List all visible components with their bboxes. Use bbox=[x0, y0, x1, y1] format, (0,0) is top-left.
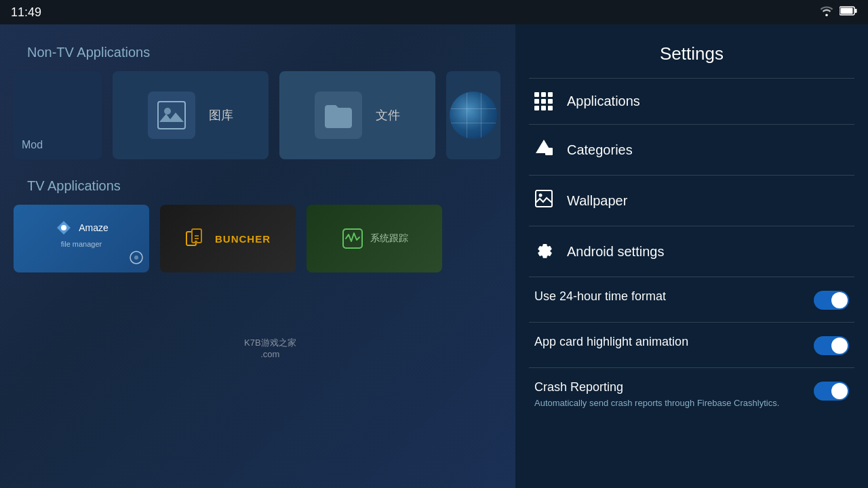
app-card-globe[interactable] bbox=[446, 71, 500, 159]
toggle-row-time-format: Use 24-hour time format bbox=[515, 277, 868, 322]
crash-sublabel: Automatically send crash reports through… bbox=[534, 397, 803, 409]
settings-title: Settings bbox=[515, 24, 868, 78]
wallpaper-icon bbox=[534, 189, 553, 212]
app-card-file[interactable]: 文件 bbox=[279, 71, 435, 159]
wallpaper-label: Wallpaper bbox=[567, 193, 627, 209]
crash-label: Crash Reporting bbox=[534, 380, 803, 394]
settings-item-android[interactable]: Android settings bbox=[515, 226, 868, 277]
toggle-row-highlight: App card highlight animation bbox=[515, 323, 868, 367]
time-format-toggle[interactable] bbox=[814, 291, 849, 310]
svg-point-3 bbox=[164, 108, 171, 115]
tv-apps-row: Amaze file manager BUNCHER bbox=[0, 205, 515, 272]
toggle-row-crash: Crash Reporting Automatically send crash… bbox=[515, 368, 868, 422]
settings-panel: Settings Applications Categories bbox=[515, 24, 868, 488]
system-label: 系统跟踪 bbox=[370, 232, 408, 245]
left-panel: Non-TV Applications Mod 图库 文 bbox=[0, 24, 515, 488]
applications-label: Applications bbox=[567, 94, 640, 109]
tv-section-title: TV Applications bbox=[0, 165, 515, 205]
watermark: K7B游戏之家 .com bbox=[244, 337, 296, 359]
non-tv-section-title: Non-TV Applications bbox=[0, 24, 515, 71]
svg-rect-13 bbox=[536, 190, 552, 207]
crash-toggle[interactable] bbox=[814, 382, 849, 401]
status-icons bbox=[819, 5, 857, 19]
android-settings-label: Android settings bbox=[567, 244, 664, 260]
non-tv-apps-row: Mod 图库 文件 bbox=[0, 71, 515, 159]
svg-point-5 bbox=[61, 225, 66, 230]
categories-label: Categories bbox=[567, 142, 633, 158]
app-card-amaze[interactable]: Amaze file manager bbox=[14, 205, 149, 272]
gallery-label: 图库 bbox=[209, 107, 233, 123]
amaze-label: Amaze bbox=[79, 222, 108, 233]
folder-icon bbox=[315, 92, 362, 139]
mod-label: Mod bbox=[22, 139, 43, 151]
applications-icon bbox=[534, 92, 553, 110]
settings-item-applications[interactable]: Applications bbox=[515, 79, 868, 124]
svg-point-14 bbox=[539, 194, 542, 197]
globe-visual bbox=[450, 92, 497, 139]
buncher-label: BUNCHER bbox=[215, 233, 271, 245]
watermark-line2: .com bbox=[244, 349, 296, 359]
app-card-gallery[interactable]: 图库 bbox=[113, 71, 269, 159]
svg-rect-12 bbox=[545, 148, 553, 155]
wifi-icon bbox=[819, 5, 834, 19]
file-label: 文件 bbox=[376, 107, 400, 123]
settings-item-wallpaper[interactable]: Wallpaper bbox=[515, 176, 868, 226]
amaze-sublabel: file manager bbox=[61, 240, 102, 248]
svg-point-7 bbox=[134, 256, 138, 260]
highlight-label: App card highlight animation bbox=[534, 335, 803, 349]
gallery-icon bbox=[148, 92, 195, 139]
gear-icon bbox=[534, 240, 553, 263]
app-card-mod[interactable]: Mod bbox=[14, 71, 102, 159]
settings-item-categories[interactable]: Categories bbox=[515, 125, 868, 175]
svg-rect-2 bbox=[841, 8, 853, 14]
categories-icon bbox=[534, 138, 553, 161]
highlight-toggle[interactable] bbox=[814, 336, 849, 355]
app-card-system[interactable]: 系统跟踪 bbox=[307, 205, 442, 272]
battery-icon bbox=[840, 5, 857, 19]
watermark-line1: K7B游戏之家 bbox=[244, 337, 296, 349]
time-format-label: Use 24-hour time format bbox=[534, 289, 803, 304]
status-time: 11:49 bbox=[11, 5, 41, 20]
svg-rect-1 bbox=[855, 9, 857, 13]
svg-rect-4 bbox=[158, 102, 185, 129]
app-card-buncher[interactable]: BUNCHER bbox=[160, 205, 296, 272]
status-bar: 11:49 bbox=[0, 0, 868, 24]
